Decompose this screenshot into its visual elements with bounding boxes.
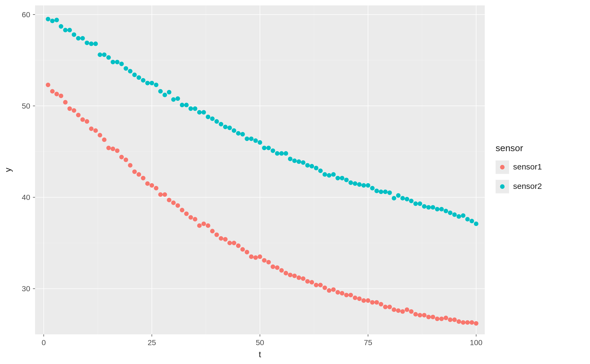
data-point [63, 100, 68, 105]
x-tick-label: 75 [364, 338, 372, 347]
data-point [275, 265, 279, 270]
data-point [249, 254, 254, 259]
data-point [93, 128, 98, 133]
x-ticks [44, 334, 476, 337]
data-point [456, 319, 461, 324]
data-point [85, 119, 89, 124]
x-tick-label: 0 [42, 338, 46, 347]
data-point [305, 279, 310, 284]
data-point [167, 90, 171, 95]
data-point [431, 205, 435, 210]
data-point [227, 241, 232, 245]
data-point [54, 92, 59, 96]
data-point [197, 223, 202, 228]
data-point [253, 138, 258, 143]
data-point [331, 287, 336, 292]
data-point [145, 181, 150, 186]
data-point [236, 131, 241, 136]
data-point [72, 108, 76, 113]
data-point [124, 66, 128, 71]
data-point [361, 183, 366, 188]
data-point [444, 209, 448, 213]
data-point [418, 202, 422, 206]
legend-key-point [500, 165, 505, 169]
data-point [214, 233, 219, 237]
data-point [158, 89, 163, 93]
data-point [249, 137, 254, 141]
data-point [184, 212, 189, 216]
data-point [158, 192, 163, 197]
data-point [305, 163, 310, 168]
data-point [245, 137, 249, 141]
data-point [189, 215, 193, 220]
data-point [236, 244, 241, 248]
data-point [314, 283, 318, 287]
y-tick-labels: 30405060 [22, 11, 30, 293]
data-point [232, 128, 236, 133]
data-point [400, 309, 405, 314]
data-point [219, 236, 223, 241]
data-point [383, 190, 388, 194]
data-point [106, 55, 111, 60]
data-point [266, 260, 271, 265]
data-point [262, 258, 267, 263]
legend-item-label: sensor1 [513, 162, 542, 171]
data-point [202, 221, 206, 226]
data-point [50, 89, 55, 93]
data-point [431, 315, 435, 319]
data-point [232, 241, 236, 245]
data-point [80, 117, 85, 122]
legend: sensor sensor1sensor2 [496, 143, 542, 193]
data-point [336, 290, 340, 295]
data-point [176, 96, 180, 101]
data-point [76, 36, 81, 41]
data-point [240, 247, 245, 252]
data-point [405, 307, 409, 312]
data-point [323, 172, 327, 177]
data-point [296, 275, 301, 280]
data-point [349, 293, 353, 297]
data-point [137, 172, 141, 177]
data-point [54, 18, 59, 22]
data-point [141, 176, 145, 181]
legend-items: sensor1sensor2 [496, 161, 542, 193]
data-point [435, 317, 439, 321]
data-point [284, 271, 288, 275]
data-point [435, 207, 439, 212]
data-point [318, 168, 323, 173]
data-point [85, 41, 89, 45]
data-point [111, 147, 115, 151]
data-point [309, 164, 314, 169]
data-point [271, 148, 275, 153]
data-point [189, 106, 193, 111]
scatter-chart: 0255075100 30405060 t y sensor sensor1se… [0, 0, 590, 364]
data-point [314, 166, 318, 170]
x-axis-title: t [259, 349, 261, 359]
data-point [124, 158, 128, 162]
data-point [422, 204, 427, 209]
data-point [331, 172, 336, 177]
data-point [253, 255, 258, 260]
data-point [474, 221, 479, 226]
data-point [323, 286, 327, 290]
data-point [474, 321, 479, 326]
y-tick-label: 50 [22, 102, 30, 110]
data-point [171, 200, 176, 205]
data-point [448, 211, 452, 215]
y-tick-label: 60 [22, 11, 30, 19]
data-point [413, 202, 418, 206]
data-point [93, 41, 98, 46]
data-point [67, 28, 72, 32]
data-point [102, 53, 107, 57]
data-point [176, 203, 180, 208]
data-point [379, 302, 383, 307]
x-tick-label: 50 [256, 338, 264, 347]
data-point [219, 122, 223, 127]
data-point [309, 280, 314, 285]
data-point [409, 199, 414, 203]
data-point [357, 296, 362, 301]
legend-title: sensor [496, 143, 523, 153]
data-point [461, 213, 465, 218]
data-point [76, 113, 81, 117]
data-point [154, 83, 158, 87]
